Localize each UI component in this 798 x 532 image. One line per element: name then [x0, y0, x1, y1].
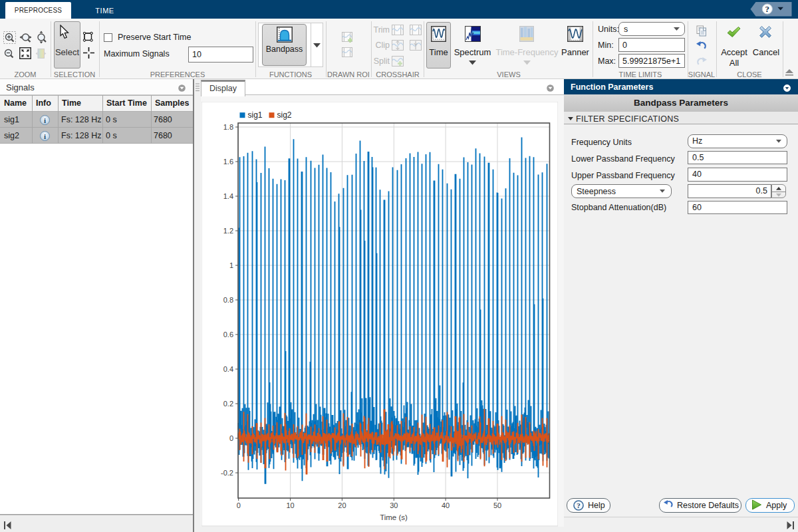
svg-text:sig1: sig1 [248, 110, 263, 120]
svg-text:30: 30 [390, 501, 398, 509]
svg-text:0: 0 [229, 434, 233, 442]
svg-text:1: 1 [229, 261, 233, 269]
svg-text:0.4: 0.4 [223, 365, 233, 373]
svg-text:50: 50 [493, 501, 501, 509]
svg-text:Time (s): Time (s) [380, 513, 408, 521]
svg-text:1.2: 1.2 [223, 227, 233, 235]
svg-text:-0.2: -0.2 [221, 469, 233, 477]
svg-text:1.4: 1.4 [223, 192, 233, 200]
svg-text:10: 10 [286, 501, 294, 509]
svg-text:40: 40 [442, 501, 450, 509]
svg-text:0: 0 [237, 501, 241, 509]
svg-text:?: ? [577, 501, 581, 509]
svg-text:i: i [44, 116, 46, 124]
svg-text:20: 20 [338, 501, 346, 509]
svg-text:0.2: 0.2 [223, 400, 233, 408]
svg-text:sig2: sig2 [277, 110, 292, 120]
svg-text:1.8: 1.8 [223, 123, 233, 131]
svg-text:i: i [44, 132, 46, 140]
svg-text:0.8: 0.8 [223, 296, 233, 304]
svg-text:1.6: 1.6 [223, 158, 233, 166]
svg-text:0.6: 0.6 [223, 331, 233, 338]
svg-text:?: ? [765, 4, 770, 14]
